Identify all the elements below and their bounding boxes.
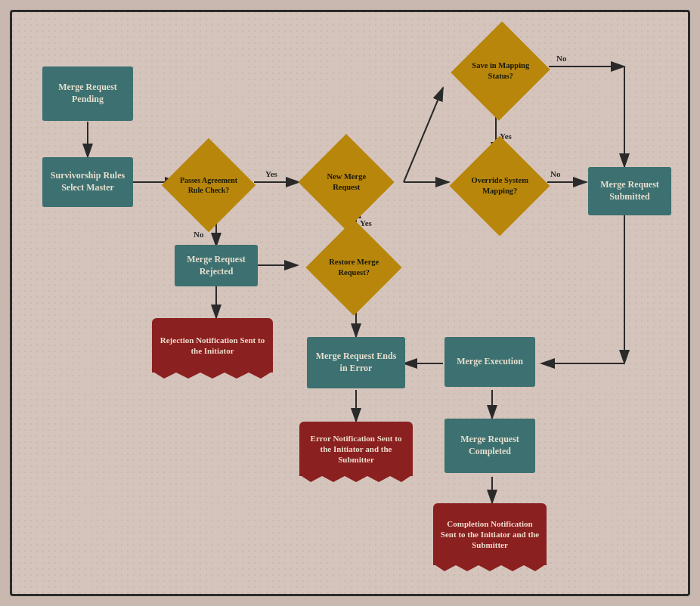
svg-text:Yes: Yes	[265, 169, 278, 178]
completion-notification-banner: Completion Notification Sent to the Init…	[433, 503, 547, 565]
new-merge-request-label: New Merge Request	[312, 169, 380, 195]
override-system-label: Override System Mapping?	[464, 172, 535, 199]
override-system-diamond: Override System Mapping?	[454, 154, 545, 218]
passes-agreement-diamond: Passes Agreement Rule Check?	[167, 156, 250, 215]
merge-execution-node: Merge Execution	[444, 337, 535, 387]
passes-agreement-label: Passes Agreement Rule Check?	[175, 172, 242, 198]
svg-text:No: No	[194, 230, 204, 239]
save-mapping-diamond: Save in Mapping Status?	[458, 35, 543, 107]
save-mapping-label: Save in Mapping Status?	[466, 57, 534, 84]
merge-request-rejected-node: Merge Request Rejected	[175, 245, 258, 286]
new-merge-request-diamond: New Merge Request	[297, 152, 395, 212]
merge-request-submitted-node: Merge Request Submitted	[588, 167, 671, 215]
svg-line-12	[404, 88, 443, 182]
svg-text:Yes: Yes	[360, 218, 373, 227]
merge-request-completed-node: Merge Request Completed	[444, 419, 535, 473]
restore-merge-label: Restore Merge Request?	[320, 254, 388, 280]
svg-text:No: No	[550, 169, 561, 178]
svg-text:No: No	[556, 54, 567, 63]
survivorship-rules-node: Survivorship Rules Select Master	[42, 157, 133, 207]
merge-request-pending-node: Merge Request Pending	[42, 66, 133, 121]
error-notification-banner: Error Notification Sent to the Initiator…	[299, 422, 413, 476]
merge-request-ends-error-node: Merge Request Ends in Error	[307, 337, 405, 388]
flowchart-container: Yes No Yes Yes No No	[10, 10, 690, 596]
restore-merge-diamond: Restore Merge Request?	[305, 237, 402, 298]
rejection-notification-banner: Rejection Notification Sent to the Initi…	[152, 318, 273, 373]
